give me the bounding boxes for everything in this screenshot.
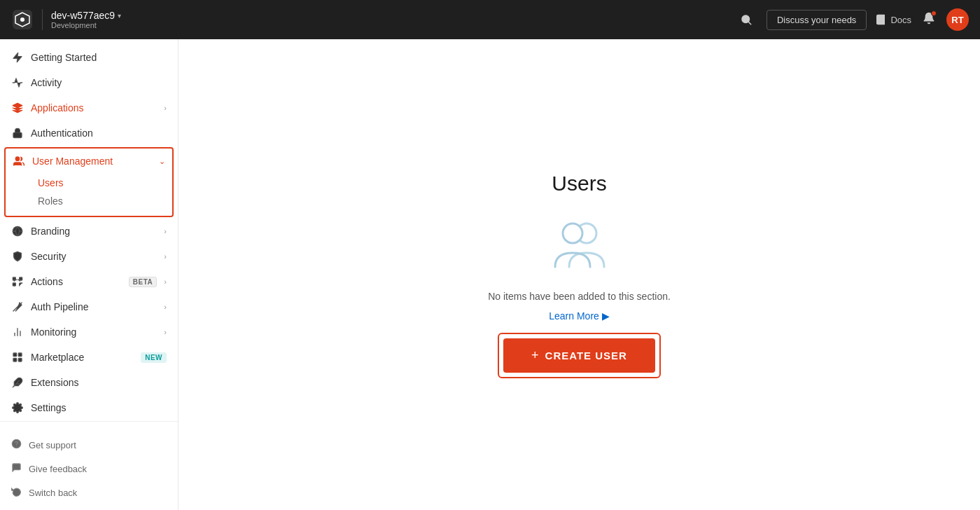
layers-icon (11, 102, 24, 114)
notification-dot (931, 11, 937, 16)
actions-beta-badge: BETA (129, 277, 157, 287)
shield-icon (11, 250, 24, 263)
docs-button[interactable]: Docs (875, 14, 911, 25)
auth-pipeline-label: Auth Pipeline (31, 301, 157, 312)
pipeline-icon (11, 301, 24, 313)
sidebar-subitem-roles[interactable]: Roles (32, 192, 172, 210)
sidebar-subitem-users[interactable]: Users (32, 174, 172, 192)
lock-icon (11, 127, 24, 139)
sidebar-bottom: Get support Give feedback Switch back (0, 421, 178, 504)
avatar[interactable]: RT (946, 8, 969, 31)
help-icon (11, 439, 22, 451)
sidebar-item-switch-back[interactable]: Switch back (0, 481, 178, 504)
tenant-selector[interactable]: dev-w577aec9 ▾ Development (51, 10, 121, 29)
empty-state-text: No items have been added to this section… (488, 291, 671, 302)
empty-users-icon (545, 218, 615, 277)
sidebar-item-settings[interactable]: Settings (0, 395, 178, 420)
sidebar-item-actions[interactable]: Actions BETA › (0, 269, 178, 294)
bolt-icon (11, 51, 24, 64)
applications-chevron-icon: › (164, 104, 167, 112)
create-user-button[interactable]: + CREATE USER (503, 338, 655, 373)
applications-label: Applications (31, 102, 157, 113)
sidebar-item-monitoring[interactable]: Monitoring › (0, 319, 178, 345)
getting-started-label: Getting Started (31, 52, 167, 63)
top-navigation: dev-w577aec9 ▾ Development Discuss your … (0, 0, 980, 39)
nav-divider (42, 9, 43, 30)
svg-rect-19 (13, 358, 17, 361)
switch-back-label: Switch back (29, 488, 77, 498)
svg-rect-17 (13, 353, 17, 357)
sidebar-item-get-support[interactable]: Get support (0, 433, 178, 457)
sidebar-item-auth-pipeline[interactable]: Auth Pipeline › (0, 294, 178, 319)
svg-rect-20 (18, 358, 22, 361)
svg-marker-5 (13, 103, 22, 108)
actions-chevron-icon: › (164, 277, 167, 286)
actions-icon (11, 275, 24, 288)
sidebar-item-user-management[interactable]: User Management ⌄ (6, 149, 172, 174)
svg-rect-6 (13, 132, 22, 137)
security-chevron-icon: › (164, 252, 167, 261)
sidebar-item-branding[interactable]: Branding › (0, 219, 178, 244)
give-feedback-label: Give feedback (29, 464, 87, 474)
discuss-needs-button[interactable]: Discuss your needs (766, 10, 867, 30)
user-management-subitems: Users Roles (6, 174, 172, 216)
topnav-right-actions: Discuss your needs Docs RT (734, 8, 969, 31)
page-title: Users (552, 172, 606, 195)
branding-chevron-icon: › (164, 227, 167, 235)
activity-icon (11, 76, 24, 89)
marketplace-new-badge: NEW (141, 352, 167, 363)
user-management-section: User Management ⌄ Users Roles (4, 147, 174, 217)
activity-label: Activity (31, 77, 167, 88)
actions-label: Actions (31, 276, 122, 287)
sidebar-item-security[interactable]: Security › (0, 244, 178, 269)
learn-more-link[interactable]: Learn More ▶ (549, 310, 609, 322)
sidebar-item-give-feedback[interactable]: Give feedback (0, 457, 178, 481)
empty-state: Users No items have been added to this s… (488, 172, 671, 378)
main-content: Users No items have been added to this s… (178, 39, 980, 510)
user-management-chevron-icon: ⌄ (159, 157, 165, 166)
search-button[interactable] (734, 11, 758, 29)
svg-marker-4 (13, 53, 22, 62)
app-layout: Getting Started Activity Applications › … (0, 39, 980, 510)
get-support-label: Get support (29, 440, 76, 450)
user-management-label: User Management (32, 156, 152, 167)
sidebar: Getting Started Activity Applications › … (0, 39, 178, 510)
sidebar-item-extensions[interactable]: Extensions (0, 370, 178, 395)
auth-pipeline-chevron-icon: › (164, 303, 167, 311)
branding-icon (11, 225, 24, 237)
marketplace-label: Marketplace (31, 352, 134, 363)
settings-label: Settings (31, 402, 167, 413)
sidebar-item-applications[interactable]: Applications › (0, 95, 178, 120)
svg-line-3 (748, 22, 750, 24)
monitoring-chevron-icon: › (164, 328, 167, 336)
svg-point-7 (15, 157, 19, 160)
sidebar-item-marketplace[interactable]: Marketplace NEW (0, 345, 178, 370)
svg-point-1 (20, 18, 24, 22)
sidebar-item-authentication[interactable]: Authentication (0, 120, 178, 146)
tenant-chevron-icon: ▾ (118, 12, 121, 20)
tenant-name: dev-w577aec9 ▾ (51, 10, 121, 21)
settings-icon (11, 401, 24, 414)
notifications-button[interactable] (920, 9, 938, 31)
authentication-label: Authentication (31, 127, 167, 139)
sidebar-item-activity[interactable]: Activity (0, 70, 178, 95)
create-user-wrapper: + CREATE USER (498, 333, 661, 378)
monitoring-icon (11, 326, 24, 338)
extensions-label: Extensions (31, 377, 167, 388)
svg-rect-18 (18, 353, 22, 357)
logo[interactable] (11, 8, 34, 31)
plus-icon: + (531, 348, 540, 363)
marketplace-icon (11, 351, 24, 364)
feedback-icon (11, 462, 22, 475)
user-management-icon (13, 155, 25, 167)
security-label: Security (31, 251, 157, 262)
sidebar-item-getting-started[interactable]: Getting Started (0, 45, 178, 70)
svg-rect-12 (13, 283, 15, 286)
extensions-icon (11, 376, 24, 389)
svg-point-2 (742, 15, 750, 23)
tenant-env: Development (51, 21, 121, 29)
switch-icon (11, 486, 22, 499)
svg-point-27 (563, 223, 582, 243)
monitoring-label: Monitoring (31, 326, 157, 338)
branding-label: Branding (31, 226, 157, 237)
